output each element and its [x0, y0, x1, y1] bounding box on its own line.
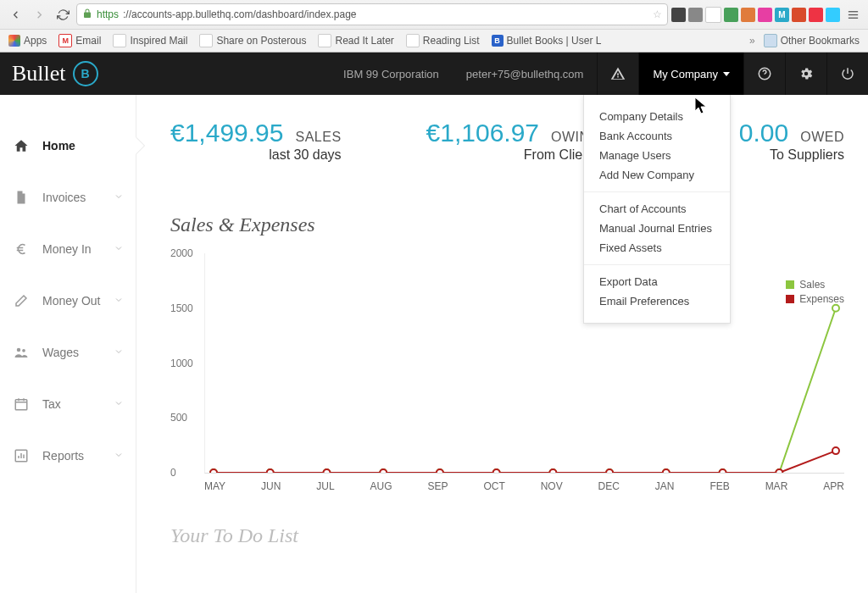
- back-button[interactable]: [5, 4, 25, 25]
- settings-button[interactable]: [785, 53, 826, 95]
- app-header: BulletB IBM 99 Corporation peter+75@bull…: [0, 53, 868, 95]
- ext-icon[interactable]: [792, 8, 806, 22]
- sidebar-item-money-in[interactable]: Money In: [0, 224, 136, 275]
- svg-rect-1: [848, 14, 857, 14]
- ext-icon[interactable]: [705, 7, 721, 23]
- menu-bank-accounts[interactable]: Bank Accounts: [584, 126, 730, 146]
- menu-export-data[interactable]: Export Data: [584, 272, 730, 291]
- mouse-cursor-icon: [694, 97, 709, 115]
- bookmark-item[interactable]: MEmail: [55, 32, 104, 49]
- sidebar-item-invoices[interactable]: Invoices: [0, 172, 136, 224]
- main-content: €1,499.95 SALES last 30 days €1,106.97 O…: [136, 95, 868, 593]
- my-company-dropdown: Company Details Bank Accounts Manage Use…: [583, 95, 731, 324]
- kpi-sublabel: last 30 days: [269, 147, 341, 163]
- bookmark-item[interactable]: BBullet Books | User L: [488, 33, 605, 48]
- sidebar-item-label: Wages: [42, 346, 79, 359]
- ext-icon[interactable]: M: [775, 8, 789, 22]
- edit-icon: [12, 293, 31, 308]
- svg-point-21: [267, 469, 274, 473]
- ext-icon[interactable]: [826, 8, 840, 22]
- reload-button[interactable]: [53, 4, 73, 25]
- home-icon: [12, 138, 31, 153]
- svg-point-20: [210, 469, 217, 473]
- x-tick: OCT: [483, 480, 504, 499]
- x-tick: NOV: [541, 480, 563, 499]
- ext-icon[interactable]: [741, 8, 755, 22]
- kpi-value: 0.00: [739, 119, 788, 147]
- y-tick: 1000: [170, 357, 193, 369]
- menu-fixed-assets[interactable]: Fixed Assets: [584, 238, 730, 258]
- address-bar[interactable]: https://accounts-app.bullethq.com/dashbo…: [76, 3, 668, 25]
- ext-icon[interactable]: [809, 8, 823, 22]
- menu-chart-of-accounts[interactable]: Chart of Accounts: [584, 199, 730, 219]
- kpi-sublabel: To Suppliers: [770, 147, 844, 163]
- sidebar-item-tax[interactable]: Tax: [0, 379, 136, 430]
- legend-label: Expenses: [799, 293, 844, 305]
- bookmark-item[interactable]: Share on Posterous: [196, 32, 309, 49]
- kpi-sales: €1,499.95 SALES: [170, 119, 342, 147]
- file-icon: [12, 190, 31, 205]
- svg-point-31: [832, 447, 839, 454]
- bookmark-item[interactable]: Apps: [5, 33, 50, 48]
- y-tick: 500: [170, 412, 187, 424]
- sidebar-item-label: Tax: [42, 397, 61, 411]
- brand-badge-icon: B: [73, 61, 98, 86]
- svg-point-4: [17, 348, 21, 352]
- url-path: ://accounts-app.bullethq.com/dashboard/i…: [123, 8, 357, 20]
- section-title-sales-expenses: Sales & Expenses: [170, 213, 844, 236]
- x-tick: JAN: [655, 480, 675, 499]
- bookmark-overflow-icon[interactable]: »: [749, 35, 755, 47]
- ext-icon[interactable]: [688, 8, 703, 22]
- menu-manage-users[interactable]: Manage Users: [584, 146, 730, 165]
- svg-point-26: [549, 469, 556, 473]
- menu-journal-entries[interactable]: Manual Journal Entries: [584, 219, 730, 238]
- bookmark-item[interactable]: Reading List: [403, 32, 483, 49]
- chrome-menu-icon[interactable]: [843, 4, 863, 25]
- svg-point-29: [720, 469, 726, 473]
- other-bookmarks[interactable]: Other Bookmarks: [760, 32, 863, 49]
- bookmark-item[interactable]: Inspired Mail: [109, 32, 191, 49]
- my-company-menu[interactable]: My Company: [638, 53, 743, 95]
- brand-logo[interactable]: BulletB: [0, 53, 110, 95]
- svg-point-23: [380, 469, 387, 473]
- section-title-todo: Your To Do List: [170, 524, 844, 547]
- sidebar-item-label: Invoices: [42, 191, 86, 204]
- chevron-down-icon: [114, 294, 124, 308]
- legend-item: Sales: [786, 279, 844, 291]
- header-user-email: peter+75@bullethq.com: [453, 53, 598, 95]
- sidebar: Home Invoices Money In Money Out Wages T…: [0, 95, 136, 593]
- lock-icon: [82, 8, 92, 21]
- kpi-owing: €1,106.97 OWING: [426, 119, 601, 147]
- kpi-label: OWED: [800, 130, 844, 145]
- ext-icon[interactable]: [671, 8, 686, 22]
- svg-point-30: [776, 469, 782, 473]
- kpi-row: €1,499.95 SALES last 30 days €1,106.97 O…: [170, 119, 844, 163]
- bookmark-item[interactable]: Read It Later: [314, 32, 397, 49]
- sidebar-item-reports[interactable]: Reports: [0, 430, 136, 482]
- sidebar-item-label: Home: [42, 139, 75, 152]
- star-icon[interactable]: ☆: [653, 8, 662, 20]
- sidebar-item-home[interactable]: Home: [0, 120, 136, 172]
- chevron-down-icon: [114, 397, 124, 411]
- svg-point-5: [22, 349, 25, 352]
- x-tick: SEP: [427, 480, 448, 499]
- ext-icon[interactable]: [724, 8, 738, 22]
- svg-point-27: [606, 469, 613, 473]
- menu-add-company[interactable]: Add New Company: [584, 165, 730, 185]
- ext-icon[interactable]: [758, 8, 772, 22]
- alerts-button[interactable]: [597, 53, 638, 95]
- svg-point-22: [323, 469, 330, 473]
- sidebar-item-wages[interactable]: Wages: [0, 327, 136, 379]
- svg-point-24: [437, 469, 443, 473]
- chevron-down-icon: [114, 242, 124, 256]
- forward-button[interactable]: [29, 4, 49, 25]
- menu-email-preferences[interactable]: Email Preferences: [584, 291, 730, 311]
- chart-legend: SalesExpenses: [786, 279, 844, 308]
- svg-rect-6: [15, 400, 27, 410]
- power-button[interactable]: [826, 53, 868, 95]
- sidebar-item-money-out[interactable]: Money Out: [0, 275, 136, 327]
- y-tick: 2000: [170, 247, 193, 259]
- url-protocol: https: [97, 8, 119, 20]
- help-button[interactable]: [743, 53, 785, 95]
- sidebar-item-label: Money Out: [42, 294, 100, 308]
